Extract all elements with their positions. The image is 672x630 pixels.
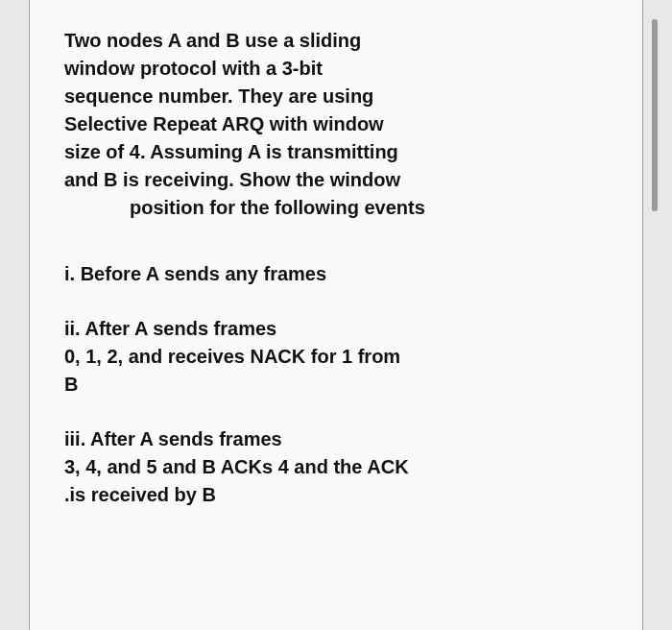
item-line: iii. After A sends frames [64, 428, 282, 449]
intro-line: sequence number. They are using [64, 85, 373, 107]
question-item-iii: iii. After A sends frames 3, 4, and 5 an… [64, 425, 608, 509]
intro-line: and B is receiving. Show the window [64, 169, 400, 190]
question-intro: Two nodes A and B use a sliding window p… [64, 27, 608, 222]
intro-line: Two nodes A and B use a sliding [64, 30, 361, 51]
scrollbar-thumb[interactable] [652, 19, 658, 211]
intro-line: window protocol with a 3-bit [64, 58, 323, 79]
item-line: 0, 1, 2, and receives NACK for 1 from [64, 346, 400, 367]
item-line: 3, 4, and 5 and B ACKs 4 and the ACK [64, 456, 409, 477]
intro-line: Selective Repeat ARQ with window [64, 113, 384, 134]
scrollbar[interactable] [652, 0, 660, 269]
item-line: .is received by B [64, 484, 216, 505]
item-line: B [64, 374, 78, 395]
intro-line: size of 4. Assuming A is transmitting [64, 141, 398, 162]
item-line: ii. After A sends frames [64, 318, 276, 339]
document-page: Two nodes A and B use a sliding window p… [29, 0, 643, 630]
question-item-i: i. Before A sends any frames [64, 260, 608, 288]
question-item-ii: ii. After A sends frames 0, 1, 2, and re… [64, 315, 608, 399]
item-label: i. Before A sends any frames [64, 263, 326, 284]
intro-indent-line: position for the following events [64, 194, 608, 222]
